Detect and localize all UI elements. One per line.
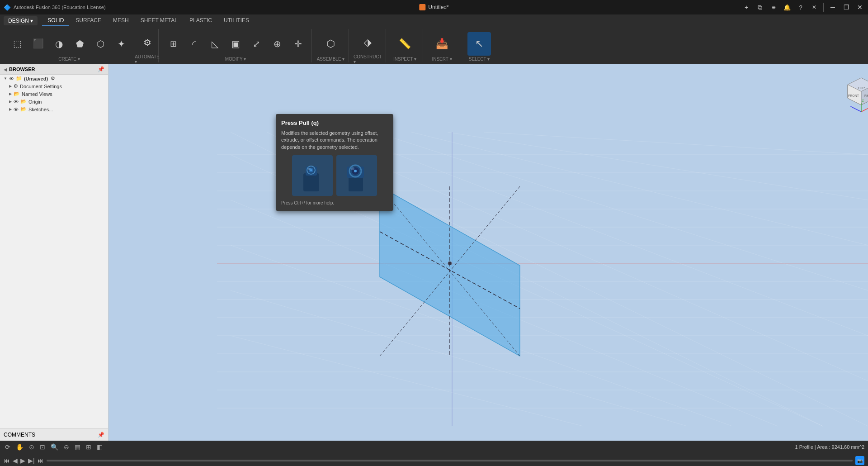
close-btn[interactable]: ✕ bbox=[854, 1, 866, 14]
sketches-folder-icon: 📂 bbox=[20, 106, 27, 112]
insert-btn[interactable]: 📥 bbox=[430, 32, 454, 56]
sweep-btn[interactable]: ⬟ bbox=[70, 32, 90, 56]
select-btn[interactable]: ↖ bbox=[467, 32, 491, 56]
construct-label[interactable]: CONSTRUCT ▾ bbox=[354, 54, 382, 65]
inspect-btn[interactable]: 📏 bbox=[393, 32, 417, 56]
insert-label[interactable]: INSERT ▾ bbox=[432, 57, 452, 62]
timeline-thumb[interactable]: 📷 bbox=[855, 456, 864, 465]
comments-pin-icon[interactable]: 📌 bbox=[98, 432, 104, 438]
browser-panel: ◀ BROWSER 📌 ▼ 👁 📁 (Unsaved) ⚙ ▶ ⚙ Docume… bbox=[0, 64, 108, 441]
press-pull-btn[interactable]: ⊞ bbox=[163, 32, 183, 56]
tab-plastic[interactable]: PLASTIC bbox=[184, 15, 217, 26]
automate-btn[interactable]: ⚙ bbox=[137, 31, 157, 54]
new-component-btn[interactable]: ⬚ bbox=[7, 32, 27, 56]
automate-tools: ⚙ bbox=[137, 29, 157, 54]
modify-label[interactable]: MODIFY ▾ bbox=[225, 57, 246, 62]
browser-collapse-icon[interactable]: ◀ bbox=[4, 67, 7, 72]
timeline-play-btn[interactable]: ▶ bbox=[20, 457, 25, 464]
new-tab-btn[interactable]: + bbox=[740, 1, 753, 14]
insert-icon: 📥 bbox=[436, 39, 448, 49]
timeline-start-btn[interactable]: ⏮ bbox=[4, 457, 10, 464]
restore-down-btn[interactable]: ⧉ bbox=[754, 1, 766, 14]
tab-sheet-metal[interactable]: SHEET METAL bbox=[135, 15, 183, 26]
grid-settings-btn[interactable]: ⊞ bbox=[85, 443, 93, 451]
zoom-out-btn[interactable]: ⊖ bbox=[62, 443, 71, 451]
chamfer-btn[interactable]: ◺ bbox=[205, 32, 225, 56]
named-views-item[interactable]: ▶ 📂 Named Views bbox=[0, 90, 108, 98]
tab-mesh[interactable]: MESH bbox=[108, 15, 134, 26]
sketches-arrow: ▶ bbox=[9, 107, 12, 111]
select-label[interactable]: SELECT ▾ bbox=[469, 57, 490, 62]
viewport[interactable]: TOP FRONT RIGHT X Y Z Press Pull (q) Mod… bbox=[108, 64, 868, 441]
svg-point-55 bbox=[351, 167, 354, 170]
tab-utilities[interactable]: UTILITIES bbox=[218, 15, 255, 26]
orbit-tool-btn[interactable]: ⟳ bbox=[4, 443, 12, 451]
minimize-btn[interactable]: ─ bbox=[826, 1, 839, 14]
comments-title: COMMENTS bbox=[4, 432, 35, 438]
root-gear-icon[interactable]: ⚙ bbox=[51, 76, 55, 81]
fillet-icon: ◜ bbox=[192, 39, 196, 48]
doc-settings-item[interactable]: ▶ ⚙ Document Settings bbox=[0, 82, 108, 90]
help-btn[interactable]: ? bbox=[794, 1, 807, 14]
views-arrow: ▶ bbox=[9, 92, 12, 96]
assemble-label[interactable]: ASSEMBLE ▾ bbox=[317, 57, 345, 62]
status-text: 1 Profile | Area : 9241.60 mm^2 bbox=[795, 444, 864, 450]
construct-btn[interactable]: ⬗ bbox=[356, 31, 380, 54]
toolbar-tabs: DESIGN ▾ SOLID SURFACE MESH SHEET METAL … bbox=[0, 14, 868, 27]
app-icon: 🔷 bbox=[4, 4, 11, 11]
timeline-next-btn[interactable]: ▶| bbox=[28, 457, 35, 464]
fit-btn[interactable]: ⊡ bbox=[38, 443, 47, 451]
move-icon: ✛ bbox=[294, 39, 302, 48]
construct-tools: ⬗ bbox=[356, 29, 380, 54]
root-label: (Unsaved) bbox=[24, 76, 48, 81]
tab-surface[interactable]: SURFACE bbox=[70, 15, 107, 26]
pan-tool-btn[interactable]: ✋ bbox=[14, 443, 25, 451]
svg-rect-44 bbox=[303, 173, 319, 191]
loft-btn[interactable]: ⬡ bbox=[90, 32, 110, 56]
timeline-prev-btn[interactable]: ◀ bbox=[13, 457, 18, 464]
design-label: DESIGN ▾ bbox=[8, 18, 33, 24]
timeline-end-btn[interactable]: ⏭ bbox=[38, 457, 44, 464]
maximize-btn[interactable]: ❐ bbox=[840, 1, 853, 14]
assemble-btn[interactable]: ⬡ bbox=[319, 32, 343, 56]
browser-pin-icon[interactable]: 📌 bbox=[98, 66, 104, 72]
doc-settings-label: Document Settings bbox=[20, 84, 62, 89]
visual-style-btn[interactable]: ◧ bbox=[95, 443, 104, 451]
new-component-icon: ⬚ bbox=[13, 39, 22, 48]
toolbar: DESIGN ▾ SOLID SURFACE MESH SHEET METAL … bbox=[0, 14, 868, 64]
move-btn[interactable]: ✛ bbox=[288, 32, 308, 56]
origin-item[interactable]: ▶ 👁 📂 Origin bbox=[0, 98, 108, 105]
revolve-btn[interactable]: ◑ bbox=[49, 32, 69, 56]
sketches-item[interactable]: ▶ 👁 📂 Sketches... bbox=[0, 105, 108, 113]
combine-btn[interactable]: ⊕ bbox=[267, 32, 287, 56]
document-title: Untitled* bbox=[428, 4, 448, 10]
svg-point-54 bbox=[354, 170, 357, 172]
shell-btn[interactable]: ▣ bbox=[226, 32, 245, 56]
close-tab-btn[interactable]: ✕ bbox=[808, 1, 821, 14]
inspect-label[interactable]: INSPECT ▾ bbox=[393, 57, 416, 62]
shell-icon: ▣ bbox=[231, 39, 240, 48]
fillet-btn[interactable]: ◜ bbox=[184, 32, 204, 56]
display-settings-btn[interactable]: ▦ bbox=[73, 443, 82, 451]
mirror-btn[interactable]: ✦ bbox=[111, 32, 131, 56]
account-btn[interactable]: ⊕ bbox=[767, 1, 780, 14]
browser-root-item[interactable]: ▼ 👁 📁 (Unsaved) ⚙ bbox=[0, 75, 108, 82]
design-button[interactable]: DESIGN ▾ bbox=[4, 16, 38, 25]
automate-group: ⚙ AUTOMATE ▾ bbox=[136, 29, 159, 62]
assemble-tools: ⬡ bbox=[319, 29, 343, 57]
zoom-in-btn[interactable]: 🔍 bbox=[49, 443, 60, 451]
notification-btn[interactable]: 🔔 bbox=[781, 1, 793, 14]
tab-solid[interactable]: SOLID bbox=[42, 15, 69, 26]
origin-arrow: ▶ bbox=[9, 100, 12, 104]
sketches-label: Sketches... bbox=[28, 107, 53, 112]
extrude-btn[interactable]: ⬛ bbox=[28, 32, 48, 56]
automate-label[interactable]: AUTOMATE ▾ bbox=[135, 54, 160, 65]
free-orbit-btn[interactable]: ⊙ bbox=[28, 443, 36, 451]
tooltip-popup: Press Pull (q) Modifies the selected geo… bbox=[276, 114, 393, 211]
scale-btn[interactable]: ⤢ bbox=[246, 32, 266, 56]
grid-canvas: TOP FRONT RIGHT X Y Z bbox=[108, 64, 868, 441]
create-label[interactable]: CREATE ▾ bbox=[58, 57, 80, 62]
browser-title: BROWSER bbox=[9, 67, 35, 72]
doc-icon bbox=[419, 4, 425, 10]
timeline-track[interactable] bbox=[47, 460, 853, 461]
